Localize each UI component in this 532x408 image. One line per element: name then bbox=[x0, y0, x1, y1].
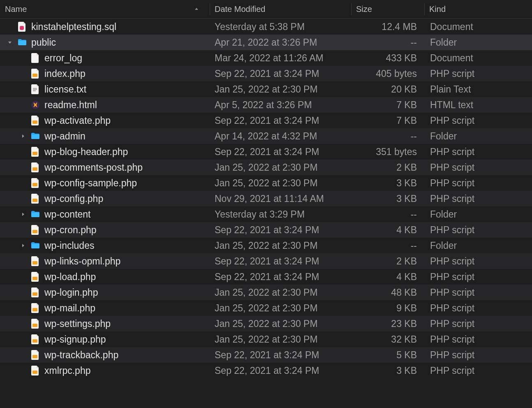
file-kind: Document bbox=[424, 21, 532, 32]
file-name: wp-config.php bbox=[44, 193, 103, 204]
file-row[interactable]: wp-adminApr 14, 2022 at 4:32 PM--Folder bbox=[0, 128, 532, 144]
file-name-cell: wp-content bbox=[0, 209, 210, 220]
file-date: Jan 25, 2022 at 2:30 PM bbox=[210, 287, 351, 298]
file-size: 32 KB bbox=[351, 334, 424, 345]
file-row[interactable]: wp-mail.phpJan 25, 2022 at 2:30 PM9 KBPH… bbox=[0, 300, 532, 316]
file-kind: Folder bbox=[424, 240, 532, 251]
file-size: 2 KB bbox=[351, 162, 424, 173]
file-row[interactable]: wp-includesJan 25, 2022 at 2:30 PM--Fold… bbox=[0, 238, 532, 253]
file-row[interactable]: wp-comments-post.phpJan 25, 2022 at 2:30… bbox=[0, 160, 532, 175]
file-kind: PHP script bbox=[424, 225, 532, 236]
file-date: Sep 22, 2021 at 3:24 PM bbox=[210, 271, 351, 283]
svg-rect-10 bbox=[32, 183, 37, 186]
file-kind: Document bbox=[424, 53, 532, 64]
chevron-down-icon[interactable] bbox=[7, 39, 13, 46]
file-name-cell: wp-includes bbox=[0, 240, 210, 251]
file-kind: PHP script bbox=[424, 334, 532, 345]
column-header-size[interactable]: Size bbox=[351, 0, 424, 19]
file-row[interactable]: error_logMar 24, 2022 at 11:26 AM433 KBD… bbox=[0, 50, 532, 66]
file-row[interactable]: xmlrpc.phpSep 22, 2021 at 3:24 PM3 KBPHP… bbox=[0, 363, 532, 378]
file-row[interactable]: wp-contentYesterday at 3:29 PM--Folder bbox=[0, 206, 532, 222]
column-header-kind[interactable]: Kind bbox=[424, 0, 532, 19]
column-name-label: Name bbox=[5, 5, 27, 14]
file-kind: PHP script bbox=[424, 146, 532, 158]
file-name: error_log bbox=[44, 53, 82, 64]
php-file-icon bbox=[30, 334, 40, 344]
file-row[interactable]: wp-load.phpSep 22, 2021 at 3:24 PM4 KBPH… bbox=[0, 269, 532, 285]
column-header-name[interactable]: Name bbox=[0, 0, 210, 19]
file-size: 2 KB bbox=[351, 256, 424, 267]
file-size: 20 KB bbox=[351, 84, 424, 95]
file-row[interactable]: wp-config-sample.phpJan 25, 2022 at 2:30… bbox=[0, 175, 532, 191]
sql-file-icon bbox=[17, 22, 27, 32]
file-name: wp-trackback.php bbox=[44, 350, 118, 361]
svg-rect-1 bbox=[32, 74, 37, 77]
svg-rect-17 bbox=[32, 324, 37, 327]
file-size: -- bbox=[351, 37, 424, 48]
file-name-cell: wp-trackback.php bbox=[0, 350, 210, 361]
file-name-cell: wp-mail.php bbox=[0, 303, 210, 314]
file-row[interactable]: index.phpSep 22, 2021 at 3:24 PM405 byte… bbox=[0, 66, 532, 81]
chevron-right-icon[interactable] bbox=[20, 133, 26, 139]
file-size: 48 KB bbox=[351, 287, 424, 298]
file-name-cell: error_log bbox=[0, 53, 210, 64]
file-row[interactable]: wp-signup.phpJan 25, 2022 at 2:30 PM32 K… bbox=[0, 332, 532, 347]
svg-point-0 bbox=[20, 26, 24, 28]
svg-rect-4 bbox=[33, 90, 36, 91]
file-date: Jan 25, 2022 at 2:30 PM bbox=[210, 178, 351, 189]
file-kind: Folder bbox=[424, 131, 532, 142]
file-kind: Plain Text bbox=[424, 84, 532, 95]
svg-rect-20 bbox=[32, 371, 37, 374]
file-date: Apr 21, 2022 at 3:26 PM bbox=[210, 37, 351, 48]
file-name: wp-settings.php bbox=[44, 318, 111, 329]
file-name-cell: wp-activate.php bbox=[0, 115, 210, 126]
file-date: Jan 25, 2022 at 2:30 PM bbox=[210, 334, 351, 345]
php-file-icon bbox=[30, 116, 40, 125]
php-file-icon bbox=[30, 162, 40, 172]
file-row[interactable]: publicApr 21, 2022 at 3:26 PM--Folder bbox=[0, 35, 532, 50]
file-date: Apr 14, 2022 at 4:32 PM bbox=[210, 131, 351, 142]
svg-rect-19 bbox=[32, 355, 37, 358]
file-row[interactable]: wp-activate.phpSep 22, 2021 at 3:24 PM7 … bbox=[0, 113, 532, 128]
php-file-icon bbox=[30, 303, 40, 313]
file-name-cell: readme.html bbox=[0, 100, 210, 111]
file-kind: PHP script bbox=[424, 193, 532, 204]
file-date: Nov 29, 2021 at 11:14 AM bbox=[210, 193, 351, 204]
chevron-right-icon[interactable] bbox=[20, 242, 26, 249]
file-row[interactable]: wp-links-opml.phpSep 22, 2021 at 3:24 PM… bbox=[0, 253, 532, 269]
file-date: Yesterday at 3:29 PM bbox=[210, 209, 351, 220]
file-name-cell: wp-config-sample.php bbox=[0, 178, 210, 189]
file-row[interactable]: wp-cron.phpSep 22, 2021 at 3:24 PM4 KBPH… bbox=[0, 222, 532, 238]
file-row[interactable]: readme.htmlApr 5, 2022 at 3:26 PM7 KBHTM… bbox=[0, 97, 532, 113]
file-name: wp-comments-post.php bbox=[44, 162, 143, 173]
file-row[interactable]: wp-blog-header.phpSep 22, 2021 at 3:24 P… bbox=[0, 144, 532, 160]
file-row[interactable]: wp-config.phpNov 29, 2021 at 11:14 AM3 K… bbox=[0, 191, 532, 206]
svg-rect-3 bbox=[33, 89, 37, 90]
file-size: 433 KB bbox=[351, 53, 424, 64]
file-size: 405 bytes bbox=[351, 68, 424, 79]
file-name: wp-mail.php bbox=[44, 303, 95, 314]
file-row[interactable]: kinstahelptesting.sqlYesterday at 5:38 P… bbox=[0, 19, 532, 35]
file-kind: PHP script bbox=[424, 68, 532, 79]
file-kind: HTML text bbox=[424, 100, 532, 111]
file-row[interactable]: wp-settings.phpJan 25, 2022 at 2:30 PM23… bbox=[0, 316, 532, 332]
chevron-right-icon[interactable] bbox=[20, 211, 26, 218]
php-file-icon bbox=[30, 69, 40, 79]
file-name-cell: public bbox=[0, 37, 210, 48]
file-kind: PHP script bbox=[424, 178, 532, 189]
file-name: wp-activate.php bbox=[44, 115, 111, 126]
file-name-cell: wp-blog-header.php bbox=[0, 146, 210, 158]
file-name: wp-content bbox=[44, 209, 91, 220]
file-name: wp-signup.php bbox=[44, 334, 106, 345]
html-file-icon bbox=[30, 100, 40, 110]
file-size: 7 KB bbox=[351, 115, 424, 126]
file-size: 12.4 MB bbox=[351, 21, 424, 32]
column-header-date[interactable]: Date Modified bbox=[210, 0, 351, 19]
file-row[interactable]: license.txtJan 25, 2022 at 2:30 PM20 KBP… bbox=[0, 81, 532, 97]
folder-icon bbox=[17, 37, 27, 47]
file-kind: Folder bbox=[424, 37, 532, 48]
file-name-cell: wp-comments-post.php bbox=[0, 162, 210, 173]
file-row[interactable]: wp-trackback.phpSep 22, 2021 at 3:24 PM5… bbox=[0, 347, 532, 363]
file-name: wp-load.php bbox=[44, 271, 96, 283]
file-row[interactable]: wp-login.phpJan 25, 2022 at 2:30 PM48 KB… bbox=[0, 285, 532, 300]
